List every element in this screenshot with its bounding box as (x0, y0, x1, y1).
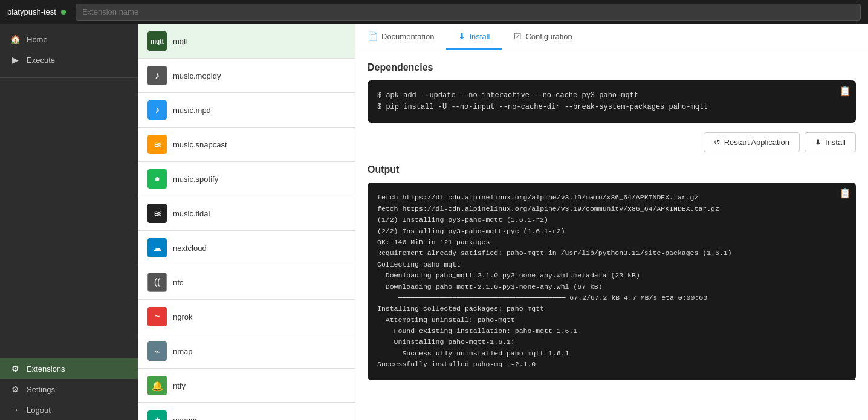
music.tidal-icon: ≋ (147, 204, 167, 223)
install-command-block: $ apk add --update --no-interactive --no… (368, 80, 856, 123)
dependencies-title: Dependencies (368, 62, 856, 73)
music.spotify-icon: ● (147, 169, 167, 189)
ext-label-nextcloud: nextcloud (173, 244, 207, 253)
sidebar-nav: 🏠 Home ▶ Execute (0, 24, 138, 75)
mqtt-icon: mqtt (147, 31, 167, 51)
install-tab-icon: ⬇ (458, 31, 465, 41)
home-icon: 🏠 (10, 34, 21, 45)
output-title: Output (368, 164, 856, 175)
ext-item-openai[interactable]: ✦openai (138, 403, 355, 420)
install-button-label: Install (825, 138, 846, 147)
status-dot (61, 10, 66, 15)
main-layout: 🏠 Home ▶ Execute ⚙ Extensions ⚙ Settings… (0, 24, 868, 420)
tab-documentation-label: Documentation (381, 32, 434, 41)
execute-icon: ▶ (10, 54, 21, 65)
openai-icon: ✦ (147, 410, 167, 420)
output-text: fetch https://dl-cdn.alpinelinux.org/alp… (377, 192, 846, 370)
ntfy-icon: 🔔 (147, 376, 167, 395)
ext-label-mqtt: mqtt (173, 37, 188, 46)
action-buttons: ↺ Restart Application ⬇ Install (368, 132, 856, 152)
ext-item-nextcloud[interactable]: ☁nextcloud (138, 231, 355, 265)
extensions-icon: ⚙ (10, 363, 21, 374)
ext-label-music.spotify: music.spotify (173, 175, 218, 184)
music.mpd-icon: ♪ (147, 100, 167, 120)
restart-button-label: Restart Application (724, 138, 789, 147)
copy-output-icon[interactable]: 📋 (839, 187, 851, 199)
sidebar: 🏠 Home ▶ Execute ⚙ Extensions ⚙ Settings… (0, 24, 138, 420)
top-bar: platypush-test (0, 0, 868, 24)
ext-item-nfc[interactable]: ((nfc (138, 265, 355, 300)
sidebar-item-settings[interactable]: ⚙ Settings (0, 379, 138, 399)
ext-item-nmap[interactable]: ⌁nmap (138, 334, 355, 369)
sidebar-item-settings-label: Settings (27, 385, 55, 394)
sidebar-divider (0, 77, 138, 78)
ext-label-music.snapcast: music.snapcast (173, 140, 227, 149)
ext-item-music.snapcast[interactable]: ≋music.snapcast (138, 128, 355, 162)
install-button[interactable]: ⬇ Install (805, 132, 856, 152)
app-title: platypush-test (7, 7, 66, 16)
ext-label-ngrok: ngrok (173, 312, 193, 321)
content-area: 📄 Documentation ⬇ Install ☑ Configuratio… (355, 24, 868, 420)
nfc-icon: (( (147, 273, 167, 292)
ext-label-nmap: nmap (173, 347, 193, 356)
sidebar-item-extensions[interactable]: ⚙ Extensions (0, 358, 138, 379)
ext-item-music.spotify[interactable]: ●music.spotify (138, 162, 355, 196)
tab-documentation[interactable]: 📄 Documentation (355, 24, 446, 50)
ext-label-nfc: nfc (173, 278, 183, 287)
ext-label-ntfy: ntfy (173, 381, 186, 390)
ext-item-ngrok[interactable]: ~ngrok (138, 300, 355, 334)
music.snapcast-icon: ≋ (147, 135, 167, 154)
ngrok-icon: ~ (147, 307, 167, 326)
tabs: 📄 Documentation ⬇ Install ☑ Configuratio… (355, 24, 868, 50)
settings-icon: ⚙ (10, 384, 21, 395)
ext-item-ntfy[interactable]: 🔔ntfy (138, 369, 355, 403)
restart-button[interactable]: ↺ Restart Application (704, 132, 800, 152)
ext-label-music.mpd: music.mpd (173, 106, 211, 115)
install-panel: Dependencies $ apk add --update --no-int… (355, 50, 868, 420)
ext-item-music.mopidy[interactable]: ♪music.mopidy (138, 59, 355, 93)
search-input[interactable] (76, 4, 861, 21)
ext-item-music.tidal[interactable]: ≋music.tidal (138, 196, 355, 231)
sidebar-item-extensions-label: Extensions (27, 364, 65, 373)
tab-configuration-label: Configuration (525, 32, 572, 41)
ext-label-openai: openai (173, 416, 196, 421)
install-command: $ apk add --update --no-interactive --no… (377, 90, 846, 113)
logout-icon: → (10, 404, 21, 415)
ext-item-music.mpd[interactable]: ♪music.mpd (138, 93, 355, 128)
configuration-icon: ☑ (514, 31, 522, 41)
ext-item-mqtt[interactable]: mqttmqtt (138, 24, 355, 59)
sidebar-item-logout[interactable]: → Logout (0, 399, 138, 420)
app-name: platypush-test (7, 7, 56, 16)
tab-install-label: Install (469, 32, 490, 41)
sidebar-item-home[interactable]: 🏠 Home (0, 29, 138, 50)
sidebar-bottom: ⚙ Extensions ⚙ Settings → Logout (0, 358, 138, 420)
ext-label-music.mopidy: music.mopidy (173, 71, 221, 80)
documentation-icon: 📄 (368, 31, 378, 41)
nmap-icon: ⌁ (147, 341, 167, 361)
sidebar-item-home-label: Home (27, 35, 48, 44)
tab-configuration[interactable]: ☑ Configuration (502, 24, 584, 50)
sidebar-item-execute[interactable]: ▶ Execute (0, 50, 138, 70)
copy-command-icon[interactable]: 📋 (839, 85, 851, 97)
ext-label-music.tidal: music.tidal (173, 209, 210, 218)
nextcloud-icon: ☁ (147, 238, 167, 257)
extension-list: mqttmqtt♪music.mopidy♪music.mpd≋music.sn… (138, 24, 355, 420)
tab-install[interactable]: ⬇ Install (446, 24, 502, 50)
sidebar-item-execute-label: Execute (27, 56, 55, 65)
sidebar-item-logout-label: Logout (27, 405, 51, 415)
output-block: fetch https://dl-cdn.alpinelinux.org/alp… (368, 183, 856, 380)
music.mopidy-icon: ♪ (147, 66, 167, 85)
restart-icon: ↺ (714, 138, 721, 147)
install-icon: ⬇ (815, 138, 821, 147)
